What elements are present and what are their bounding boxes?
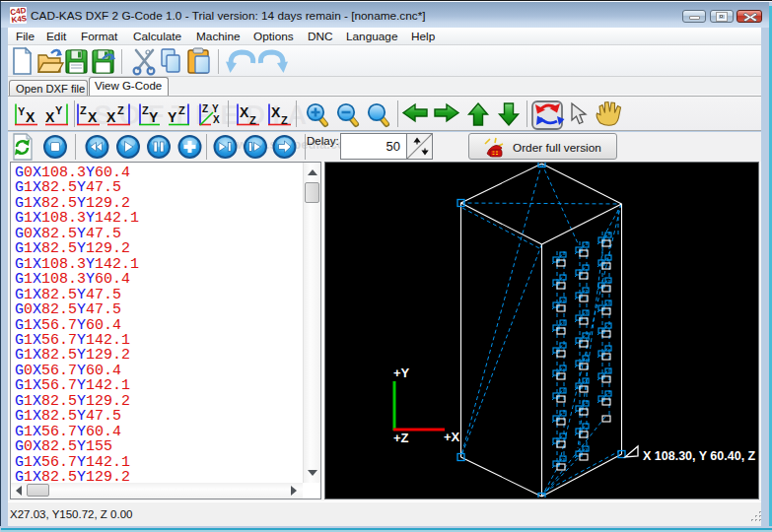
svg-text:X: X: [240, 104, 249, 120]
svg-text:Z: Z: [281, 114, 288, 126]
svg-text:Z: Z: [80, 104, 87, 116]
svg-text:X: X: [106, 109, 116, 125]
svg-text:Z: Z: [178, 104, 185, 116]
svg-text:X 108.30, Y 60.40, Z: X 108.30, Y 60.40, Z: [643, 449, 756, 463]
svg-text:Y: Y: [212, 103, 219, 114]
svg-text:Z: Z: [202, 103, 208, 114]
svg-text:+Z: +Z: [393, 431, 409, 445]
svg-text:Y: Y: [149, 109, 159, 125]
svg-text:Z: Z: [249, 114, 256, 126]
svg-text:X: X: [88, 109, 98, 125]
svg-text:Y: Y: [18, 105, 26, 117]
svg-text:X: X: [26, 109, 35, 125]
svg-text:X: X: [45, 109, 55, 125]
svg-text:+Y: +Y: [393, 366, 410, 380]
svg-text:+X: +X: [444, 430, 460, 444]
svg-text:Z: Z: [142, 104, 149, 116]
svg-text:X: X: [271, 104, 281, 120]
svg-text:Z: Z: [117, 104, 124, 116]
svg-text:X: X: [213, 114, 220, 125]
svg-text:Y: Y: [55, 104, 63, 116]
svg-text:Y: Y: [168, 109, 177, 125]
